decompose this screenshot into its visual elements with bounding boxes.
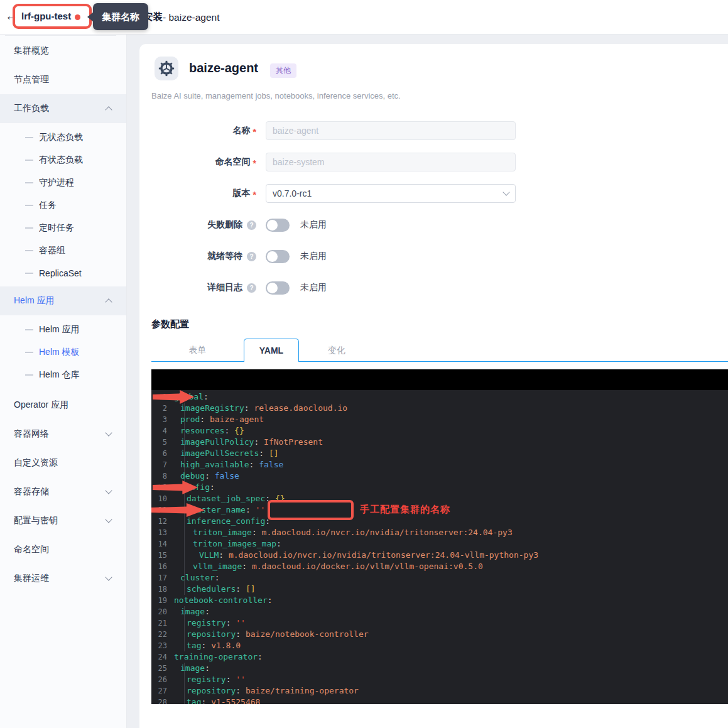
page: ← lrf-gpu-test ← 集群名称 安装 - baize-agent 集… (0, 0, 728, 728)
required-asterisk: * (253, 127, 256, 137)
sidebar-subitem[interactable]: 守护进程 (0, 171, 126, 194)
sidebar-item[interactable]: 集群运维 (0, 564, 126, 593)
name-input[interactable] (266, 121, 516, 140)
annotation-box-cluster-name (268, 500, 354, 520)
sidebar-item-label: 配置与密钥 (14, 515, 58, 526)
line-number: 4 (151, 425, 174, 437)
code-line: 25image: (151, 663, 728, 674)
sidebar-subitem[interactable]: 容器组 (0, 239, 126, 262)
code-line: 3prod: baize-agent (151, 414, 728, 425)
chevron-down-icon (503, 188, 509, 195)
delete-on-fail-toggle[interactable] (266, 219, 290, 232)
code-line: 14triton_images_map: (151, 538, 728, 550)
sidebar-nav: 集群概览节点管理工作负载无状态负载有状态负载守护进程任务定时任务容器组Repli… (0, 36, 126, 593)
sidebar-item-label: 命名空间 (14, 544, 49, 555)
sidebar-item-label: Helm 仓库 (39, 369, 80, 381)
sidebar-item[interactable]: 配置与密钥 (0, 506, 126, 535)
dash-icon (25, 137, 33, 138)
field-label: 就绪等待? (139, 251, 256, 262)
sidebar-subitem[interactable]: Helm 模板 (0, 341, 126, 364)
sidebar-subitem[interactable]: 定时任务 (0, 217, 126, 239)
form-fields: 名称*命名空间*版本*v0.7.0-rc1失败删除?未启用就绪等待?未启用详细日… (139, 44, 728, 314)
verbose-log-toggle[interactable] (266, 281, 290, 295)
main-area: baize-agent 其他 Baize AI suite, managemen… (127, 35, 728, 728)
sidebar-item-label: 守护进程 (39, 177, 74, 188)
field-control: 未启用 (266, 250, 327, 263)
code-line: 4resources: {} (151, 425, 728, 437)
line-number: 3 (151, 414, 174, 425)
sidebar-subitem[interactable]: 有状态负载 (0, 149, 126, 171)
required-asterisk: * (253, 158, 256, 168)
code-line: 9config: (151, 482, 728, 493)
line-number: 16 (151, 561, 174, 572)
wait-ready-toggle[interactable] (266, 250, 290, 263)
sidebar-item[interactable]: Helm 应用 (0, 286, 126, 315)
chevron-up-icon (105, 106, 112, 113)
help-icon[interactable]: ? (247, 283, 256, 293)
form-row: 详细日志?未启用 (139, 278, 327, 298)
field-label: 详细日志? (139, 282, 256, 293)
dash-icon (25, 205, 33, 206)
sidebar-item-label: 集群概览 (14, 45, 49, 57)
version-select[interactable]: v0.7.0-rc1 (266, 184, 516, 203)
annotation-arrow-global (153, 390, 194, 405)
toggle-knob (267, 283, 278, 293)
code-line: 21registry: '' (151, 617, 728, 629)
sidebar-subitem[interactable]: Helm 应用 (0, 318, 126, 341)
help-icon[interactable]: ? (247, 252, 256, 261)
field-label-text: 版本 (233, 188, 251, 199)
field-label-text: 就绪等待 (207, 251, 242, 262)
sidebar-item[interactable]: 工作负载 (0, 94, 126, 123)
field-control: v0.7.0-rc1 (266, 184, 516, 203)
field-label: 名称* (139, 125, 256, 137)
code-line: 22repository: baize/notebook-controller (151, 629, 728, 640)
sidebar-item[interactable]: 容器网络 (0, 420, 126, 448)
sidebar-item[interactable]: 自定义资源 (0, 448, 126, 477)
namespace-input[interactable] (266, 153, 516, 171)
sidebar-subitem[interactable]: 无状态负载 (0, 126, 126, 149)
yaml-editor[interactable]: 1global:2imageRegistry: release.daocloud… (151, 390, 728, 704)
code-line: 12inference_config: (151, 516, 728, 527)
code-line: 19notebook-controller: (151, 595, 728, 606)
line-number: 23 (151, 640, 174, 651)
form-row: 名称* (139, 121, 516, 141)
code-line: 5imagePullPolicy: IfNotPresent (151, 437, 728, 448)
annotation-arrow-config (153, 479, 198, 496)
line-number: 14 (151, 538, 174, 550)
dash-icon (25, 273, 33, 274)
select-value: v0.7.0-rc1 (273, 188, 312, 198)
sidebar-item[interactable]: 容器存储 (0, 477, 126, 506)
tab-diff[interactable]: 变化 (299, 339, 374, 362)
code-line: 24training-operator: (151, 651, 728, 663)
sidebar-item[interactable]: 命名空间 (0, 535, 126, 564)
help-icon[interactable]: ? (247, 220, 256, 230)
form-row: 失败删除?未启用 (139, 215, 327, 235)
annotation-arrow-cluster-name (151, 502, 205, 518)
sidebar-item[interactable]: 集群概览 (0, 36, 126, 65)
params-section-title: 参数配置 (151, 318, 189, 330)
toggle-knob (267, 251, 278, 262)
line-number: 13 (151, 527, 174, 538)
page-title: 安装 - baize-agent (143, 0, 219, 35)
chevron-down-icon (105, 516, 112, 523)
sidebar-subitem[interactable]: 任务 (0, 194, 126, 217)
toggle-state-text: 未启用 (300, 219, 327, 231)
sidebar-item[interactable]: 节点管理 (0, 65, 126, 94)
sidebar-subitem[interactable]: Helm 仓库 (0, 364, 126, 386)
sidebar-item-label: 容器组 (39, 245, 65, 256)
line-number: 17 (151, 572, 174, 584)
tab-form[interactable]: 表单 (151, 339, 244, 362)
sidebar-item[interactable]: Operator 应用 (0, 391, 126, 420)
page-title-suffix: - baize-agent (163, 12, 219, 23)
sidebar-item-label: 容器存储 (14, 486, 49, 497)
required-asterisk: * (253, 190, 256, 200)
code-line: 26registry: '' (151, 674, 728, 685)
field-label-text: 名称 (233, 125, 251, 136)
tab-yaml[interactable]: YAML (244, 339, 299, 362)
sidebar-subitem[interactable]: ReplicaSet (0, 262, 126, 285)
annotation-box-cluster (13, 4, 92, 29)
form-row: 就绪等待?未启用 (139, 246, 327, 266)
line-number: 24 (151, 651, 174, 663)
sidebar-item-label: 自定义资源 (14, 457, 58, 469)
code-line: 6imagePullSecrets: [] (151, 448, 728, 459)
